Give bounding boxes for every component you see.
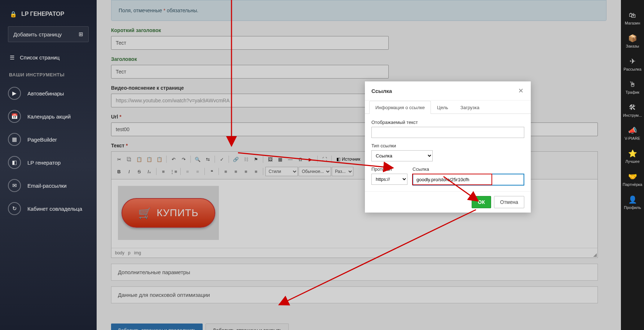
protocol-select[interactable]: https://: [371, 174, 407, 185]
align-right-icon[interactable]: ≡: [241, 167, 251, 176]
strike-icon[interactable]: S: [134, 167, 144, 176]
bullist-icon[interactable]: ⋮≡: [169, 167, 178, 176]
rs-label: Заказы: [626, 44, 639, 48]
rs-mailing[interactable]: ✈Рассылка: [621, 53, 644, 76]
maximize-icon[interactable]: ⛶: [320, 155, 329, 164]
rs-tools[interactable]: 🛠Инструм...: [621, 99, 644, 122]
source-button[interactable]: ◧Источник: [334, 155, 363, 164]
spellcheck-icon[interactable]: ✓: [217, 155, 226, 164]
specialchar-icon[interactable]: Ω: [296, 155, 305, 164]
megaphone-icon: 📣: [627, 126, 638, 135]
rs-label: Лучшее: [625, 159, 640, 164]
add-page-label: Добавить страницу: [13, 31, 62, 37]
buy-button-image[interactable]: 🛒 КУПИТЬ: [118, 186, 219, 240]
link-type-select[interactable]: Ссылка: [371, 150, 433, 161]
list-icon: ☰: [9, 55, 15, 61]
display-text-input[interactable]: [371, 127, 524, 138]
handshake-icon: 🤝: [627, 172, 638, 181]
youtube-icon[interactable]: ▶: [306, 155, 315, 164]
hr-icon[interactable]: ―: [286, 155, 295, 164]
field-text: Текст * ✂ ⿻ 📋 📋 📋 ↶ ↷ 🔍 ⇆ ✓: [111, 143, 606, 258]
add-and-close-button[interactable]: Добавить страницу и закрыть: [206, 324, 289, 330]
tool-email[interactable]: ✉ Email-рассылки: [0, 174, 97, 197]
video-input[interactable]: [111, 94, 389, 107]
dialog-tabs: Информация о ссылке Цель Загрузка: [365, 101, 531, 114]
numlist-icon[interactable]: ≡: [159, 167, 168, 176]
tool-label: Календарь акций: [27, 113, 71, 120]
rs-store[interactable]: 🛍Магазин: [621, 6, 644, 30]
text-label: Текст *: [111, 143, 606, 148]
ok-button[interactable]: ОК: [472, 196, 491, 208]
rs-affiliate[interactable]: 🤝Партнёрка: [621, 168, 644, 191]
rs-best[interactable]: ⭐Лучшее: [621, 145, 644, 168]
styles-select[interactable]: Стили: [265, 167, 298, 176]
removeformat-icon[interactable]: Iₓ: [145, 167, 154, 176]
tab-target[interactable]: Цель: [431, 101, 454, 114]
align-center-icon[interactable]: ≡: [231, 167, 241, 176]
dialog-url-input[interactable]: [413, 174, 524, 186]
cut-icon[interactable]: ✂: [114, 155, 124, 164]
rs-label: V-PIARE: [625, 136, 640, 141]
lock-icon: 🔒: [9, 9, 18, 19]
path-p[interactable]: p: [128, 250, 131, 255]
rs-label: Профиль: [624, 205, 641, 210]
title-input[interactable]: [111, 65, 389, 79]
plane-icon: ✈: [627, 57, 638, 66]
tool-calendar[interactable]: 📅 Календарь акций: [0, 105, 97, 128]
resize-handle[interactable]: [593, 253, 597, 257]
cancel-button[interactable]: Отмена: [494, 196, 524, 208]
path-body[interactable]: body: [115, 250, 124, 255]
italic-icon[interactable]: I: [124, 167, 134, 176]
path-img[interactable]: img: [134, 250, 141, 255]
bold-icon[interactable]: B: [114, 167, 124, 176]
video-label: Видео-пояснение к странице: [111, 85, 606, 91]
rs-profile[interactable]: 👤Профиль: [621, 191, 644, 214]
close-icon[interactable]: ✕: [517, 87, 524, 94]
dialog-body: Отображаемый текст Тип ссылки Ссылка Про…: [365, 114, 531, 191]
undo-icon[interactable]: ↶: [169, 155, 178, 164]
indent-icon[interactable]: ≡: [193, 167, 202, 176]
nav-pages-list[interactable]: ☰ Список страниц: [0, 49, 97, 66]
tab-link-info[interactable]: Информация о ссылке: [369, 101, 431, 114]
left-sidebar: 🔒 LP ГЕНЕРАТОР Добавить страницу ⊞ ☰ Спи…: [0, 0, 97, 330]
replace-icon[interactable]: ⇆: [203, 155, 212, 164]
tab-upload[interactable]: Загрузка: [454, 101, 486, 114]
tool-label: LP генератор: [27, 160, 61, 166]
blockquote-icon[interactable]: ❝: [207, 167, 216, 176]
redo-icon[interactable]: ↷: [179, 155, 188, 164]
align-left-icon[interactable]: ≡: [221, 167, 230, 176]
box-icon: 📦: [627, 34, 638, 43]
anchor-icon[interactable]: ⚑: [251, 155, 261, 164]
accordion-seo[interactable]: Данные для поисковой оптимизации: [111, 286, 598, 303]
paste-text-icon[interactable]: 📋: [145, 155, 154, 164]
paste-icon[interactable]: 📋: [134, 155, 144, 164]
link-icon[interactable]: 🔗: [231, 155, 241, 164]
format-select[interactable]: Обычное...: [299, 167, 331, 176]
find-icon[interactable]: 🔍: [193, 155, 202, 164]
tool-pagebuilder[interactable]: ▦ PageBuilder: [0, 128, 97, 151]
tool-coowner[interactable]: ↻ Кабинет совладельца: [0, 197, 97, 220]
tool-autowebinars[interactable]: ▶ Автовебинары: [0, 82, 97, 105]
cart-icon: 🛒: [138, 207, 151, 219]
add-and-continue-button[interactable]: Добавить страницу и продолжить: [111, 324, 203, 330]
paste-word-icon[interactable]: 📋: [155, 155, 164, 164]
accordion-extra-params[interactable]: Дополнительные параметры: [111, 264, 598, 281]
table-icon[interactable]: ▦: [275, 155, 285, 164]
outdent-icon[interactable]: ≡: [183, 167, 192, 176]
rs-vpiare[interactable]: 📣V-PIARE: [621, 122, 644, 145]
tool-lpgenerator[interactable]: ◧ LP генератор: [0, 151, 97, 174]
unlink-icon[interactable]: ⛓: [241, 155, 251, 164]
grid-icon: ▦: [8, 133, 21, 146]
rs-orders[interactable]: 📦Заказы: [621, 30, 644, 53]
short-title-input[interactable]: [111, 36, 389, 50]
copy-icon[interactable]: ⿻: [124, 155, 134, 164]
add-page-button[interactable]: Добавить страницу ⊞: [8, 26, 89, 42]
rs-label: Магазин: [625, 21, 640, 25]
main-content: Поля, отмеченные * обязательны. Короткий…: [97, 0, 621, 330]
required-fields-notice: Поля, отмеченные * обязательны.: [111, 0, 606, 21]
image-icon[interactable]: 🖼: [265, 155, 275, 164]
right-sidebar: 🛍Магазин 📦Заказы ✈Рассылка 🖱Трафик 🛠Инст…: [621, 0, 644, 330]
size-select[interactable]: Раз...: [332, 167, 353, 176]
rs-traffic[interactable]: 🖱Трафик: [621, 76, 644, 99]
align-justify-icon[interactable]: ≡: [251, 167, 261, 176]
